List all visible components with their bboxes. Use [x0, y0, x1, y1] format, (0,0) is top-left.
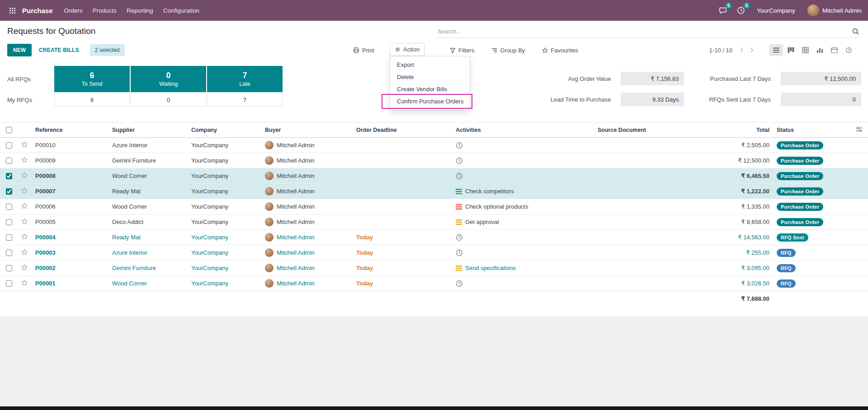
search-input[interactable] — [437, 28, 852, 35]
my-rfq-value[interactable]: 6 — [54, 93, 130, 107]
cell-status: Purchase Order — [773, 214, 850, 230]
activities-icon[interactable]: 5 — [735, 5, 747, 16]
cell-company: YourCompany — [188, 276, 261, 291]
view-graph-icon[interactable] — [813, 44, 826, 56]
group-by-button[interactable]: Group By — [486, 44, 530, 57]
select-all-checkbox[interactable] — [6, 127, 12, 133]
stat-value: ₹ 12,500.00 — [781, 72, 861, 85]
header-buyer[interactable]: Buyer — [261, 122, 353, 138]
action-button[interactable]: Action — [390, 43, 425, 56]
view-calendar-icon[interactable] — [828, 44, 841, 56]
action-menu-item[interactable]: Confirm Purchase Orders — [390, 95, 470, 107]
action-menu-item[interactable]: Delete — [390, 71, 470, 83]
header-status[interactable]: Status — [773, 122, 850, 138]
row-checkbox[interactable] — [6, 265, 12, 271]
row-checkbox[interactable] — [6, 158, 12, 164]
activity-clock-icon[interactable] — [456, 280, 463, 287]
new-button[interactable]: NEW — [7, 44, 32, 56]
activity-clock-icon[interactable] — [456, 142, 463, 149]
favorite-star-icon[interactable] — [21, 264, 28, 270]
row-checkbox[interactable] — [6, 250, 12, 256]
header-source-document[interactable]: Source Document — [594, 122, 705, 138]
search-icon[interactable] — [852, 28, 859, 35]
table-row[interactable]: P00010 Azure Interior YourCompany Mitche… — [0, 138, 868, 153]
pager-previous-icon[interactable] — [737, 45, 747, 55]
row-checkbox[interactable] — [6, 188, 12, 195]
view-list-icon[interactable] — [769, 44, 783, 56]
view-activity-icon[interactable] — [842, 44, 855, 56]
header-supplier[interactable]: Supplier — [108, 122, 188, 138]
pager-next-icon[interactable] — [747, 45, 757, 55]
header-reference[interactable]: Reference — [32, 122, 108, 138]
header-company[interactable]: Company — [188, 122, 261, 138]
table-row[interactable]: P00009 Gemini Furniture YourCompany Mitc… — [0, 153, 868, 168]
favorite-star-icon[interactable] — [21, 141, 28, 148]
optional-columns-icon[interactable] — [856, 126, 863, 132]
my-rfq-value[interactable]: 7 — [207, 93, 283, 107]
header-activities[interactable]: Activities — [452, 122, 594, 138]
row-checkbox[interactable] — [6, 142, 12, 149]
favourites-button[interactable]: Favourites — [537, 44, 583, 57]
activity-type-icon[interactable] — [456, 204, 462, 210]
view-kanban-icon[interactable] — [784, 44, 797, 56]
rfq-card-waiting[interactable]: 0Waiting — [131, 66, 206, 92]
cell-company: YourCompany — [188, 153, 261, 168]
row-checkbox[interactable] — [6, 173, 12, 179]
user-name: Mitchell Admin — [822, 7, 862, 14]
activity-clock-icon[interactable] — [456, 157, 463, 164]
table-row[interactable]: P00008 Wood Corner YourCompany Mitchell … — [0, 168, 868, 184]
row-checkbox[interactable] — [6, 204, 12, 210]
header-total[interactable]: Total — [705, 122, 773, 138]
table-row[interactable]: P00007 Ready Mat YourCompany Mitchell Ad… — [0, 184, 868, 199]
topbar-menu-orders[interactable]: Orders — [59, 5, 88, 17]
row-checkbox[interactable] — [6, 219, 12, 225]
messages-icon[interactable]: 5 — [717, 5, 729, 16]
table-row[interactable]: P00003 Azure Interior YourCompany Mitche… — [0, 245, 868, 261]
favorite-star-icon[interactable] — [21, 203, 28, 209]
create-bills-button[interactable]: CREATE BILLS — [34, 44, 84, 56]
favorite-star-icon[interactable] — [21, 280, 28, 286]
favorite-star-icon[interactable] — [21, 172, 28, 178]
cell-company: YourCompany — [188, 230, 261, 245]
table-row[interactable]: P00006 Wood Corner YourCompany Mitchell … — [0, 199, 868, 214]
favorite-star-icon[interactable] — [21, 157, 28, 163]
activity-clock-icon[interactable] — [456, 249, 463, 256]
app-name[interactable]: Purchase — [22, 7, 53, 14]
apps-icon[interactable] — [6, 5, 19, 17]
row-checkbox[interactable] — [6, 234, 12, 241]
cell-activities — [452, 153, 594, 168]
activity-clock-icon[interactable] — [456, 234, 463, 241]
print-button[interactable]: Print — [348, 44, 379, 57]
rfq-card-late[interactable]: 7Late — [207, 66, 283, 92]
activity-type-icon[interactable] — [456, 219, 462, 225]
activity-type-icon[interactable] — [456, 266, 462, 271]
my-rfq-value[interactable]: 0 — [131, 93, 206, 107]
all-rfqs-filter[interactable]: All RFQs — [7, 76, 54, 83]
favorite-star-icon[interactable] — [21, 233, 28, 240]
action-menu-item[interactable]: Create Vendor Bills — [390, 83, 470, 95]
user-menu[interactable]: Mitchell Admin — [804, 5, 862, 16]
favorite-star-icon[interactable] — [21, 249, 28, 255]
table-row[interactable]: P00005 Deco Addict YourCompany Mitchell … — [0, 214, 868, 230]
favorite-star-icon[interactable] — [21, 187, 28, 194]
topbar-menu-reporting[interactable]: Reporting — [122, 5, 158, 17]
topbar-menu-products[interactable]: Products — [88, 5, 122, 17]
company-switcher[interactable]: YourCompany — [757, 7, 795, 14]
favorite-star-icon[interactable] — [21, 218, 28, 224]
cell-supplier: Gemini Furniture — [108, 153, 188, 168]
topbar-menu-configuration[interactable]: Configuration — [158, 5, 204, 17]
action-menu-item[interactable]: Export — [390, 59, 470, 71]
view-pivot-icon[interactable] — [799, 44, 812, 56]
table-row[interactable]: P00002 Gemini Furniture YourCompany Mitc… — [0, 261, 868, 276]
table-row[interactable]: P00004 Ready Mat YourCompany Mitchell Ad… — [0, 230, 868, 245]
filters-button[interactable]: Filters — [445, 44, 479, 57]
rfq-card-to-send[interactable]: 6To Send — [54, 66, 130, 92]
table-row[interactable]: P00001 Wood Corner YourCompany Mitchell … — [0, 276, 868, 291]
activity-clock-icon[interactable] — [456, 172, 463, 180]
my-rfqs-filter[interactable]: My RFQs — [7, 97, 54, 103]
cell-order-deadline — [353, 168, 452, 184]
activity-type-icon[interactable] — [456, 189, 462, 194]
cell-activities — [452, 138, 594, 153]
header-order-deadline[interactable]: Order Deadline — [353, 122, 452, 138]
row-checkbox[interactable] — [6, 280, 12, 287]
